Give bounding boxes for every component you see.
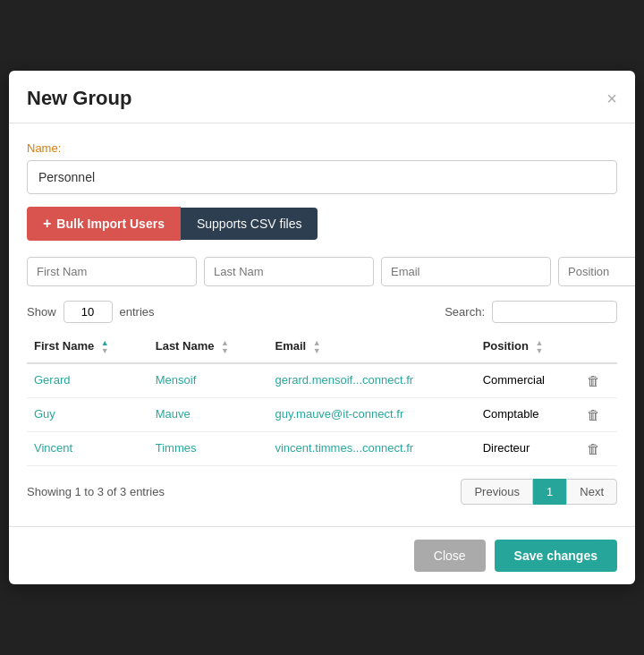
entries-label: entries <box>120 305 155 319</box>
search-row: Search: <box>445 301 617 323</box>
previous-button[interactable]: Previous <box>461 479 533 505</box>
modal-body: Name: + Bulk Import Users Supports CSV f… <box>9 123 635 526</box>
table-header-row: First Name ▲▼ Last Name ▲▼ Email ▲▼ Po <box>27 332 617 363</box>
col-actions <box>580 332 617 363</box>
next-button[interactable]: Next <box>566 479 617 505</box>
table-controls: Show entries Search: <box>27 301 617 323</box>
position-input[interactable] <box>558 257 635 286</box>
page-1-button[interactable]: 1 <box>533 479 566 505</box>
show-label: Show <box>27 305 56 319</box>
pagination-row: Showing 1 to 3 of 3 entries Previous 1 N… <box>27 479 617 505</box>
col-first-name: First Name ▲▼ <box>27 332 148 363</box>
bulk-import-button[interactable]: + Bulk Import Users <box>27 207 181 241</box>
bulk-import-label: Bulk Import Users <box>56 217 165 231</box>
show-entries: Show entries <box>27 301 155 323</box>
modal-header: New Group × <box>9 71 635 123</box>
search-label: Search: <box>445 305 485 319</box>
sort-firstname-icon[interactable]: ▲▼ <box>101 339 109 355</box>
first-name-input[interactable] <box>27 257 197 286</box>
table-row: VincentTimmesvincent.timmes...connect.fr… <box>27 432 617 466</box>
cell-last-name: Mensoif <box>148 363 268 398</box>
cell-position: Comptable <box>476 398 580 432</box>
col-email: Email ▲▼ <box>267 332 475 363</box>
col-position: Position ▲▼ <box>476 332 580 363</box>
cell-actions: 🗑 <box>580 398 617 432</box>
sort-position-icon[interactable]: ▲▼ <box>536 339 544 355</box>
close-button[interactable]: Close <box>414 540 486 572</box>
sort-email-icon[interactable]: ▲▼ <box>313 339 321 355</box>
search-input[interactable] <box>492 301 617 323</box>
pagination-buttons: Previous 1 Next <box>461 479 617 505</box>
col-last-name: Last Name ▲▼ <box>148 332 268 363</box>
delete-button[interactable]: 🗑 <box>587 407 600 422</box>
modal-overlay: New Group × Name: + Bulk Import Users Su… <box>0 0 644 655</box>
plus-icon: + <box>43 216 51 232</box>
modal-close-button[interactable]: × <box>606 89 617 107</box>
users-table: First Name ▲▼ Last Name ▲▼ Email ▲▼ Po <box>27 332 617 466</box>
table-body: GerardMensoifgerard.mensoif...connect.fr… <box>27 363 617 466</box>
cell-first-name: Gerard <box>27 363 148 398</box>
cell-position: Commercial <box>476 363 580 398</box>
name-label: Name: <box>27 141 617 155</box>
modal-title: New Group <box>27 87 131 110</box>
cell-last-name: Timmes <box>148 432 268 466</box>
cell-actions: 🗑 <box>580 363 617 398</box>
new-group-modal: New Group × Name: + Bulk Import Users Su… <box>9 71 635 584</box>
delete-button[interactable]: 🗑 <box>587 441 600 456</box>
modal-footer: Close Save changes <box>9 526 635 584</box>
cell-actions: 🗑 <box>580 432 617 466</box>
cell-email: vincent.timmes...connect.fr <box>267 432 475 466</box>
table-head: First Name ▲▼ Last Name ▲▼ Email ▲▼ Po <box>27 332 617 363</box>
cell-first-name: Vincent <box>27 432 148 466</box>
pagination-info: Showing 1 to 3 of 3 entries <box>27 485 165 498</box>
entries-count-input[interactable] <box>64 301 113 323</box>
last-name-input[interactable] <box>204 257 374 286</box>
cell-email: guy.mauve@it-connect.fr <box>267 398 475 432</box>
delete-button[interactable]: 🗑 <box>587 373 600 388</box>
cell-email: gerard.mensoif...connect.fr <box>267 363 475 398</box>
cell-first-name: Guy <box>27 398 148 432</box>
email-input[interactable] <box>381 257 551 286</box>
table-row: GerardMensoifgerard.mensoif...connect.fr… <box>27 363 617 398</box>
sort-lastname-icon[interactable]: ▲▼ <box>221 339 229 355</box>
table-row: GuyMauveguy.mauve@it-connect.frComptable… <box>27 398 617 432</box>
import-row: + Bulk Import Users Supports CSV files <box>27 207 617 241</box>
cell-last-name: Mauve <box>148 398 268 432</box>
csv-label: Supports CSV files <box>181 208 318 240</box>
cell-position: Directeur <box>476 432 580 466</box>
save-changes-button[interactable]: Save changes <box>495 540 617 572</box>
add-user-row: + + Add <box>27 257 617 286</box>
name-input[interactable] <box>27 160 617 194</box>
